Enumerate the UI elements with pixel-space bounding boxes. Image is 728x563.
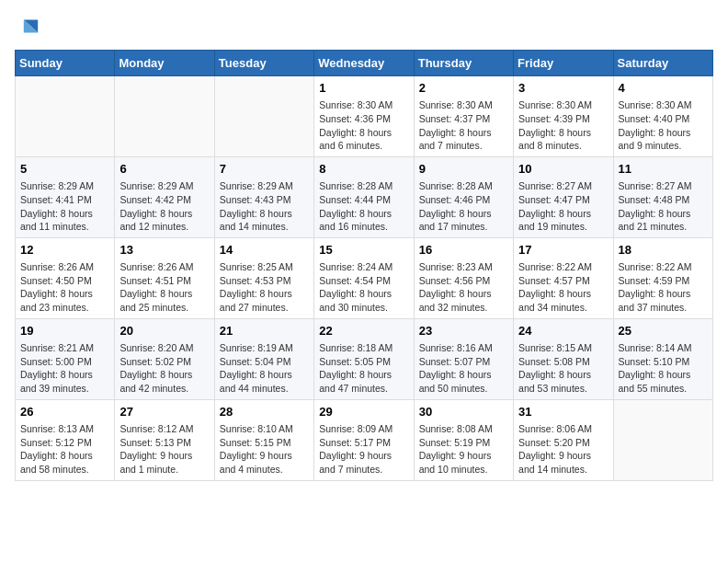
day-info: Sunrise: 8:09 AM Sunset: 5:17 PM Dayligh… [319, 422, 408, 477]
day-info: Sunrise: 8:30 AM Sunset: 4:36 PM Dayligh… [319, 98, 408, 153]
day-number: 12 [20, 242, 109, 259]
day-number: 25 [619, 323, 708, 339]
day-number: 31 [518, 404, 608, 420]
day-cell: 22Sunrise: 8:18 AM Sunset: 5:05 PM Dayli… [314, 318, 414, 399]
calendar-table: SundayMondayTuesdayWednesdayThursdayFrid… [15, 50, 713, 481]
day-number: 11 [619, 161, 708, 178]
day-cell: 14Sunrise: 8:25 AM Sunset: 4:53 PM Dayli… [214, 237, 313, 318]
day-info: Sunrise: 8:27 AM Sunset: 4:47 PM Dayligh… [518, 179, 608, 234]
day-info: Sunrise: 8:18 AM Sunset: 5:05 PM Dayligh… [319, 341, 408, 396]
day-cell: 24Sunrise: 8:15 AM Sunset: 5:08 PM Dayli… [514, 318, 613, 399]
day-cell: 3Sunrise: 8:30 AM Sunset: 4:39 PM Daylig… [514, 76, 613, 157]
day-number: 10 [518, 161, 608, 178]
day-number: 18 [619, 242, 708, 259]
day-cell: 25Sunrise: 8:14 AM Sunset: 5:10 PM Dayli… [613, 318, 712, 399]
day-info: Sunrise: 8:22 AM Sunset: 4:59 PM Dayligh… [619, 260, 708, 315]
week-row-3: 12Sunrise: 8:26 AM Sunset: 4:50 PM Dayli… [16, 237, 713, 318]
logo-icon [15, 15, 40, 40]
day-cell: 21Sunrise: 8:19 AM Sunset: 5:04 PM Dayli… [214, 318, 313, 399]
day-cell: 11Sunrise: 8:27 AM Sunset: 4:48 PM Dayli… [613, 156, 712, 237]
header-wednesday: Wednesday [314, 51, 414, 76]
day-number: 26 [20, 404, 109, 420]
day-number: 5 [20, 161, 109, 178]
calendar-body: 1Sunrise: 8:30 AM Sunset: 4:36 PM Daylig… [16, 76, 713, 481]
day-info: Sunrise: 8:25 AM Sunset: 4:53 PM Dayligh… [220, 260, 309, 315]
day-info: Sunrise: 8:16 AM Sunset: 5:07 PM Dayligh… [419, 341, 508, 396]
header-thursday: Thursday [414, 51, 513, 76]
header-sunday: Sunday [16, 51, 115, 76]
day-number: 15 [319, 242, 408, 259]
day-cell: 31Sunrise: 8:06 AM Sunset: 5:20 PM Dayli… [514, 399, 613, 480]
day-cell: 30Sunrise: 8:08 AM Sunset: 5:19 PM Dayli… [414, 399, 513, 480]
day-info: Sunrise: 8:15 AM Sunset: 5:08 PM Dayligh… [518, 341, 608, 396]
day-info: Sunrise: 8:29 AM Sunset: 4:43 PM Dayligh… [220, 179, 309, 234]
day-info: Sunrise: 8:28 AM Sunset: 4:44 PM Dayligh… [319, 179, 408, 234]
day-info: Sunrise: 8:12 AM Sunset: 5:13 PM Dayligh… [119, 422, 209, 477]
day-info: Sunrise: 8:19 AM Sunset: 5:04 PM Dayligh… [220, 341, 309, 396]
day-cell: 4Sunrise: 8:30 AM Sunset: 4:40 PM Daylig… [613, 76, 712, 157]
day-cell: 29Sunrise: 8:09 AM Sunset: 5:17 PM Dayli… [314, 399, 414, 480]
day-info: Sunrise: 8:08 AM Sunset: 5:19 PM Dayligh… [419, 422, 508, 477]
day-cell: 2Sunrise: 8:30 AM Sunset: 4:37 PM Daylig… [414, 76, 513, 157]
day-info: Sunrise: 8:14 AM Sunset: 5:10 PM Dayligh… [619, 341, 708, 396]
day-cell: 10Sunrise: 8:27 AM Sunset: 4:47 PM Dayli… [514, 156, 613, 237]
day-cell: 28Sunrise: 8:10 AM Sunset: 5:15 PM Dayli… [214, 399, 313, 480]
day-number: 1 [319, 80, 408, 97]
day-cell: 15Sunrise: 8:24 AM Sunset: 4:54 PM Dayli… [314, 237, 414, 318]
day-cell: 13Sunrise: 8:26 AM Sunset: 4:51 PM Dayli… [115, 237, 214, 318]
day-cell: 6Sunrise: 8:29 AM Sunset: 4:42 PM Daylig… [115, 156, 214, 237]
header-saturday: Saturday [613, 51, 712, 76]
logo [15, 15, 44, 40]
day-info: Sunrise: 8:10 AM Sunset: 5:15 PM Dayligh… [220, 422, 309, 477]
day-number: 16 [419, 242, 508, 259]
day-cell [214, 76, 313, 157]
day-number: 14 [220, 242, 309, 259]
header-tuesday: Tuesday [214, 51, 313, 76]
header-row: SundayMondayTuesdayWednesdayThursdayFrid… [16, 51, 713, 76]
day-info: Sunrise: 8:29 AM Sunset: 4:42 PM Dayligh… [119, 179, 209, 234]
day-info: Sunrise: 8:13 AM Sunset: 5:12 PM Dayligh… [20, 422, 109, 477]
week-row-1: 1Sunrise: 8:30 AM Sunset: 4:36 PM Daylig… [16, 76, 713, 157]
day-info: Sunrise: 8:28 AM Sunset: 4:46 PM Dayligh… [419, 179, 508, 234]
day-number: 3 [518, 80, 608, 97]
day-number: 6 [119, 161, 209, 178]
day-number: 4 [619, 80, 708, 97]
day-cell: 1Sunrise: 8:30 AM Sunset: 4:36 PM Daylig… [314, 76, 414, 157]
day-number: 20 [119, 323, 209, 339]
day-number: 23 [419, 323, 508, 339]
day-info: Sunrise: 8:29 AM Sunset: 4:41 PM Dayligh… [20, 179, 109, 234]
day-info: Sunrise: 8:27 AM Sunset: 4:48 PM Dayligh… [619, 179, 708, 234]
day-number: 28 [220, 404, 309, 420]
page-header [15, 15, 713, 40]
header-monday: Monday [115, 51, 214, 76]
day-number: 2 [419, 80, 508, 97]
day-info: Sunrise: 8:24 AM Sunset: 4:54 PM Dayligh… [319, 260, 408, 315]
week-row-2: 5Sunrise: 8:29 AM Sunset: 4:41 PM Daylig… [16, 156, 713, 237]
header-friday: Friday [514, 51, 613, 76]
day-info: Sunrise: 8:20 AM Sunset: 5:02 PM Dayligh… [119, 341, 209, 396]
day-cell: 8Sunrise: 8:28 AM Sunset: 4:44 PM Daylig… [314, 156, 414, 237]
day-info: Sunrise: 8:26 AM Sunset: 4:51 PM Dayligh… [119, 260, 209, 315]
day-info: Sunrise: 8:21 AM Sunset: 5:00 PM Dayligh… [20, 341, 109, 396]
day-cell [613, 399, 712, 480]
day-info: Sunrise: 8:30 AM Sunset: 4:37 PM Dayligh… [419, 98, 508, 153]
day-info: Sunrise: 8:26 AM Sunset: 4:50 PM Dayligh… [20, 260, 109, 315]
day-number: 24 [518, 323, 608, 339]
day-cell: 9Sunrise: 8:28 AM Sunset: 4:46 PM Daylig… [414, 156, 513, 237]
day-number: 17 [518, 242, 608, 259]
day-cell [16, 76, 115, 157]
day-number: 27 [119, 404, 209, 420]
day-number: 21 [220, 323, 309, 339]
day-cell [115, 76, 214, 157]
day-cell: 18Sunrise: 8:22 AM Sunset: 4:59 PM Dayli… [613, 237, 712, 318]
day-number: 30 [419, 404, 508, 420]
day-number: 8 [319, 161, 408, 178]
day-info: Sunrise: 8:23 AM Sunset: 4:56 PM Dayligh… [419, 260, 508, 315]
week-row-4: 19Sunrise: 8:21 AM Sunset: 5:00 PM Dayli… [16, 318, 713, 399]
day-cell: 5Sunrise: 8:29 AM Sunset: 4:41 PM Daylig… [16, 156, 115, 237]
day-info: Sunrise: 8:30 AM Sunset: 4:39 PM Dayligh… [518, 98, 608, 153]
day-number: 19 [20, 323, 109, 339]
day-info: Sunrise: 8:30 AM Sunset: 4:40 PM Dayligh… [619, 98, 708, 153]
day-cell: 27Sunrise: 8:12 AM Sunset: 5:13 PM Dayli… [115, 399, 214, 480]
calendar-header: SundayMondayTuesdayWednesdayThursdayFrid… [16, 51, 713, 76]
